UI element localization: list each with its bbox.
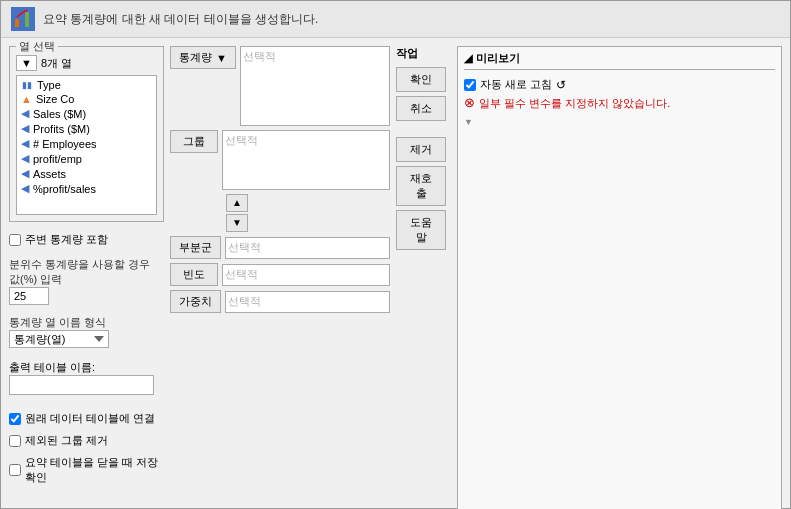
list-item[interactable]: ◀ Assets bbox=[19, 166, 154, 181]
list-item[interactable]: ▮▮ Type bbox=[19, 78, 154, 92]
title-bar: 요약 통계량에 대한 새 데이터 테이블을 생성합니다. bbox=[1, 1, 790, 38]
error-row: ⊗ 일부 필수 변수를 지정하지 않았습니다. bbox=[464, 96, 775, 111]
save-confirm-checkbox-row: 요약 테이블을 닫을 때 저장 확인 bbox=[9, 455, 164, 485]
list-item[interactable]: ◀ # Employees bbox=[19, 136, 154, 151]
save-confirm-label: 요약 테이블을 닫을 때 저장 확인 bbox=[25, 455, 164, 485]
action-panel: 작업 확인 취소 제거 재호출 도움말 bbox=[396, 46, 451, 509]
remove-button[interactable]: 제거 bbox=[396, 137, 446, 162]
auto-update-row: 자동 새로 고침 ↺ bbox=[464, 77, 775, 92]
svg-rect-0 bbox=[15, 19, 19, 27]
remove-group-label: 제외된 그룹 제거 bbox=[25, 433, 108, 448]
col-count: 8개 열 bbox=[41, 56, 72, 71]
svg-rect-1 bbox=[20, 15, 24, 27]
weight-row: 가중치 선택적 bbox=[170, 290, 390, 313]
list-item[interactable]: ◀ profit/emp bbox=[19, 151, 154, 166]
subgroup-area[interactable]: 선택적 bbox=[225, 237, 390, 259]
weight-button[interactable]: 가중치 bbox=[170, 290, 221, 313]
action-label: 작업 bbox=[396, 46, 451, 61]
connect-label: 원래 데이터 테이블에 연결 bbox=[25, 411, 155, 426]
collapse-triangle[interactable]: ▼ bbox=[464, 117, 775, 127]
updown-section: ▲ ▼ bbox=[170, 194, 390, 232]
list-item[interactable]: ◀ Profits ($M) bbox=[19, 121, 154, 136]
help-button[interactable]: 도움말 bbox=[396, 210, 446, 250]
subgroup-row: 부분군 선택적 bbox=[170, 236, 390, 259]
stat-col-label: 통계량 열 이름 형식 bbox=[9, 315, 164, 330]
tri-icon: ◀ bbox=[21, 122, 29, 135]
tri-icon: ◀ bbox=[21, 182, 29, 195]
mountain-icon: ▲ bbox=[21, 93, 32, 105]
output-table-section: 출력 테이블 이름: bbox=[9, 354, 164, 395]
title-icon bbox=[11, 7, 35, 31]
tri-icon: ◀ bbox=[21, 152, 29, 165]
group-area[interactable]: 선택적 bbox=[222, 130, 390, 190]
percentile-input[interactable]: 25 bbox=[9, 287, 49, 305]
output-table-label: 출력 테이블 이름: bbox=[9, 360, 164, 375]
connect-checkbox[interactable] bbox=[9, 413, 21, 425]
options-checkboxes: 원래 데이터 테이블에 연결 제외된 그룹 제거 요약 테이블을 닫을 때 저장… bbox=[9, 407, 164, 485]
error-message: 일부 필수 변수를 지정하지 않았습니다. bbox=[479, 96, 670, 111]
main-content: 열 선택 ▼ 8개 열 ▮▮ Type ▲ Size Co bbox=[1, 38, 790, 509]
updown-buttons: ▲ ▼ bbox=[226, 194, 248, 232]
freq-row: 빈도 선택적 bbox=[170, 263, 390, 286]
preview-triangle: ◢ bbox=[464, 52, 472, 65]
bar-chart-icon: ▮▮ bbox=[21, 79, 33, 91]
col-select-label: 열 선택 bbox=[16, 39, 58, 54]
dialog: 요약 통계량에 대한 새 데이터 테이블을 생성합니다. 열 선택 ▼ 8개 열… bbox=[0, 0, 791, 509]
marginal-checkbox[interactable] bbox=[9, 234, 21, 246]
percentile-section: 분위수 통계량을 사용할 경우 값(%) 입력 25 bbox=[9, 253, 164, 305]
error-icon: ⊗ bbox=[464, 96, 475, 109]
weight-area[interactable]: 선택적 bbox=[225, 291, 390, 313]
preview-panel: ◢ 미리보기 자동 새로 고침 ↺ ⊗ 일부 필수 변수를 지정하지 않았습니다… bbox=[457, 46, 782, 509]
connect-checkbox-row: 원래 데이터 테이블에 연결 bbox=[9, 411, 164, 426]
remove-group-checkbox[interactable] bbox=[9, 435, 21, 447]
group-row: 그룹 선택적 bbox=[170, 130, 390, 190]
middle-panel: 통계량 ▼ 선택적 그룹 선택적 ▲ bbox=[170, 46, 390, 509]
preview-title-text: 미리보기 bbox=[476, 51, 520, 66]
confirm-button[interactable]: 확인 bbox=[396, 67, 446, 92]
list-item[interactable]: ▲ Size Co bbox=[19, 92, 154, 106]
up-button[interactable]: ▲ bbox=[226, 194, 248, 212]
group-button[interactable]: 그룹 bbox=[170, 130, 218, 153]
svg-rect-2 bbox=[25, 12, 29, 27]
tri-icon: ◀ bbox=[21, 137, 29, 150]
tri-icon: ◀ bbox=[21, 107, 29, 120]
remove-group-checkbox-row: 제외된 그룹 제거 bbox=[9, 433, 164, 448]
tri-icon: ◀ bbox=[21, 167, 29, 180]
cancel-button[interactable]: 취소 bbox=[396, 96, 446, 121]
down-button[interactable]: ▼ bbox=[226, 214, 248, 232]
list-item[interactable]: ◀ %profit/sales bbox=[19, 181, 154, 196]
stat-col-section: 통계량 열 이름 형식 통계량(열) bbox=[9, 311, 164, 348]
title-text: 요약 통계량에 대한 새 데이터 테이블을 생성합니다. bbox=[43, 11, 318, 28]
col-select-header: ▼ 8개 열 bbox=[16, 55, 157, 71]
marginal-checkbox-row: 주변 통계량 포함 bbox=[9, 232, 164, 247]
marginal-label: 주변 통계량 포함 bbox=[25, 232, 108, 247]
left-panel: 열 선택 ▼ 8개 열 ▮▮ Type ▲ Size Co bbox=[9, 46, 164, 509]
list-item[interactable]: ◀ Sales ($M) bbox=[19, 106, 154, 121]
stat-button[interactable]: 통계량 ▼ bbox=[170, 46, 236, 69]
stat-col-select[interactable]: 통계량(열) bbox=[9, 330, 109, 348]
auto-update-label: 자동 새로 고침 bbox=[480, 77, 552, 92]
percentile-label: 분위수 통계량을 사용할 경우 값(%) 입력 bbox=[9, 257, 164, 287]
auto-update-checkbox[interactable] bbox=[464, 79, 476, 91]
freq-area[interactable]: 선택적 bbox=[222, 264, 390, 286]
save-confirm-checkbox[interactable] bbox=[9, 464, 21, 476]
subgroup-button[interactable]: 부분군 bbox=[170, 236, 221, 259]
reset-button[interactable]: 재호출 bbox=[396, 166, 446, 206]
stat-row: 통계량 ▼ 선택적 bbox=[170, 46, 390, 126]
col-select-group: 열 선택 ▼ 8개 열 ▮▮ Type ▲ Size Co bbox=[9, 46, 164, 222]
col-dropdown[interactable]: ▼ bbox=[16, 55, 37, 71]
output-table-input[interactable] bbox=[9, 375, 154, 395]
col-list[interactable]: ▮▮ Type ▲ Size Co ◀ Sales ($M) ◀ Profits… bbox=[16, 75, 157, 215]
freq-button[interactable]: 빈도 bbox=[170, 263, 218, 286]
stat-area[interactable]: 선택적 bbox=[240, 46, 390, 126]
refresh-icon[interactable]: ↺ bbox=[556, 78, 566, 92]
preview-title: ◢ 미리보기 bbox=[464, 51, 775, 70]
